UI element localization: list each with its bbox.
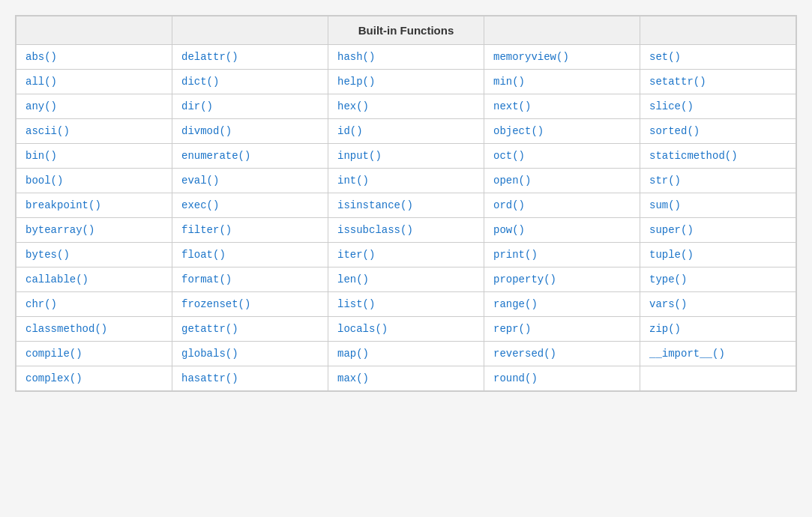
cell-r5-c4[interactable]: str()	[640, 169, 796, 193]
cell-r1-c1[interactable]: dict()	[172, 70, 328, 94]
cell-r0-c3[interactable]: memoryview()	[484, 45, 640, 70]
table-row: classmethod()getattr()locals()repr()zip(…	[16, 317, 796, 342]
table-row: all()dict()help()min()setattr()	[16, 70, 796, 94]
header-col4	[484, 16, 640, 45]
cell-r9-c1[interactable]: format()	[172, 267, 328, 292]
cell-r0-c0[interactable]: abs()	[16, 45, 172, 70]
table-row: compile()globals()map()reversed()__impor…	[16, 342, 796, 366]
cell-r4-c3[interactable]: oct()	[484, 144, 640, 169]
cell-r9-c0[interactable]: callable()	[16, 267, 172, 292]
cell-r8-c1[interactable]: float()	[172, 243, 328, 267]
cell-r6-c4[interactable]: sum()	[640, 193, 796, 218]
cell-r5-c0[interactable]: bool()	[16, 169, 172, 193]
cell-r8-c0[interactable]: bytes()	[16, 243, 172, 267]
cell-r4-c2[interactable]: input()	[328, 144, 484, 169]
cell-r2-c3[interactable]: next()	[484, 94, 640, 119]
cell-r12-c3[interactable]: reversed()	[484, 342, 640, 366]
cell-r12-c4[interactable]: __import__()	[640, 342, 796, 366]
cell-r1-c2[interactable]: help()	[328, 70, 484, 94]
cell-r12-c0[interactable]: compile()	[16, 342, 172, 366]
table-row: callable()format()len()property()type()	[16, 267, 796, 292]
cell-r10-c0[interactable]: chr()	[16, 292, 172, 317]
cell-r1-c4[interactable]: setattr()	[640, 70, 796, 94]
cell-r5-c3[interactable]: open()	[484, 169, 640, 193]
cell-r2-c4[interactable]: slice()	[640, 94, 796, 119]
cell-r5-c1[interactable]: eval()	[172, 169, 328, 193]
cell-r0-c2[interactable]: hash()	[328, 45, 484, 70]
cell-r3-c2[interactable]: id()	[328, 119, 484, 144]
table-row: bytearray()filter()issubclass()pow()supe…	[16, 218, 796, 243]
table-row: bool()eval()int()open()str()	[16, 169, 796, 193]
table-row: bin()enumerate()input()oct()staticmethod…	[16, 144, 796, 169]
cell-r6-c2[interactable]: isinstance()	[328, 193, 484, 218]
cell-r1-c3[interactable]: min()	[484, 70, 640, 94]
cell-r7-c3[interactable]: pow()	[484, 218, 640, 243]
cell-r8-c2[interactable]: iter()	[328, 243, 484, 267]
cell-r11-c1[interactable]: getattr()	[172, 317, 328, 342]
table-row: abs()delattr()hash()memoryview()set()	[16, 45, 796, 70]
cell-r2-c2[interactable]: hex()	[328, 94, 484, 119]
built-in-functions-container: Built-in Functions abs()delattr()hash()m…	[15, 15, 797, 392]
table-row: complex()hasattr()max()round()	[16, 366, 796, 391]
header-col2	[172, 16, 328, 45]
cell-r3-c4[interactable]: sorted()	[640, 119, 796, 144]
cell-r3-c3[interactable]: object()	[484, 119, 640, 144]
cell-r11-c0[interactable]: classmethod()	[16, 317, 172, 342]
header-col5	[640, 16, 796, 45]
cell-r5-c2[interactable]: int()	[328, 169, 484, 193]
cell-r11-c2[interactable]: locals()	[328, 317, 484, 342]
cell-r12-c1[interactable]: globals()	[172, 342, 328, 366]
cell-r3-c0[interactable]: ascii()	[16, 119, 172, 144]
table-row: breakpoint()exec()isinstance()ord()sum()	[16, 193, 796, 218]
cell-r6-c3[interactable]: ord()	[484, 193, 640, 218]
table-row: chr()frozenset()list()range()vars()	[16, 292, 796, 317]
cell-r13-c4	[640, 366, 796, 391]
table-row: any()dir()hex()next()slice()	[16, 94, 796, 119]
cell-r1-c0[interactable]: all()	[16, 70, 172, 94]
cell-r8-c3[interactable]: print()	[484, 243, 640, 267]
cell-r9-c3[interactable]: property()	[484, 267, 640, 292]
cell-r7-c2[interactable]: issubclass()	[328, 218, 484, 243]
cell-r4-c0[interactable]: bin()	[16, 144, 172, 169]
cell-r13-c0[interactable]: complex()	[16, 366, 172, 391]
cell-r6-c1[interactable]: exec()	[172, 193, 328, 218]
cell-r10-c4[interactable]: vars()	[640, 292, 796, 317]
cell-r13-c3[interactable]: round()	[484, 366, 640, 391]
cell-r11-c4[interactable]: zip()	[640, 317, 796, 342]
table-row: ascii()divmod()id()object()sorted()	[16, 119, 796, 144]
table-title: Built-in Functions	[328, 16, 484, 45]
cell-r12-c2[interactable]: map()	[328, 342, 484, 366]
cell-r3-c1[interactable]: divmod()	[172, 119, 328, 144]
cell-r0-c4[interactable]: set()	[640, 45, 796, 70]
cell-r10-c3[interactable]: range()	[484, 292, 640, 317]
cell-r11-c3[interactable]: repr()	[484, 317, 640, 342]
cell-r6-c0[interactable]: breakpoint()	[16, 193, 172, 218]
built-in-functions-table: Built-in Functions abs()delattr()hash()m…	[16, 16, 796, 391]
cell-r7-c1[interactable]: filter()	[172, 218, 328, 243]
cell-r2-c1[interactable]: dir()	[172, 94, 328, 119]
cell-r4-c1[interactable]: enumerate()	[172, 144, 328, 169]
header-col1	[16, 16, 172, 45]
cell-r9-c4[interactable]: type()	[640, 267, 796, 292]
cell-r13-c2[interactable]: max()	[328, 366, 484, 391]
table-row: bytes()float()iter()print()tuple()	[16, 243, 796, 267]
cell-r0-c1[interactable]: delattr()	[172, 45, 328, 70]
cell-r10-c2[interactable]: list()	[328, 292, 484, 317]
cell-r13-c1[interactable]: hasattr()	[172, 366, 328, 391]
cell-r9-c2[interactable]: len()	[328, 267, 484, 292]
cell-r8-c4[interactable]: tuple()	[640, 243, 796, 267]
cell-r7-c0[interactable]: bytearray()	[16, 218, 172, 243]
cell-r2-c0[interactable]: any()	[16, 94, 172, 119]
cell-r7-c4[interactable]: super()	[640, 218, 796, 243]
cell-r4-c4[interactable]: staticmethod()	[640, 144, 796, 169]
cell-r10-c1[interactable]: frozenset()	[172, 292, 328, 317]
